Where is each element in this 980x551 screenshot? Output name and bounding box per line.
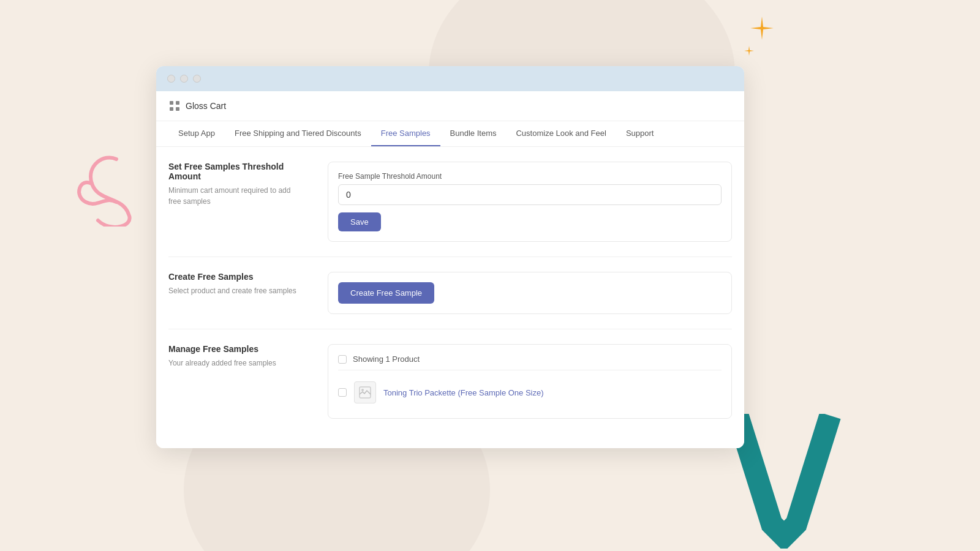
save-button[interactable]: Save: [338, 212, 381, 231]
manage-desc: Your already added free samples: [168, 358, 303, 369]
tab-free-shipping[interactable]: Free Shipping and Tiered Discounts: [225, 121, 371, 146]
content-area: Set Free Samples Threshold Amount Minimu…: [156, 147, 744, 448]
squiggle-decoration: [67, 147, 153, 229]
tab-free-samples[interactable]: Free Samples: [371, 121, 440, 146]
traffic-light-minimize[interactable]: [180, 75, 188, 83]
svg-rect-0: [170, 101, 173, 105]
create-free-sample-button[interactable]: Create Free Sample: [338, 282, 434, 304]
threshold-input[interactable]: [338, 184, 722, 205]
app-icon: [168, 100, 181, 112]
nav-tabs: Setup App Free Shipping and Tiered Disco…: [156, 121, 744, 147]
threshold-title: Set Free Samples Threshold Amount: [168, 162, 303, 181]
app-header: Gloss Cart: [156, 91, 744, 121]
manage-samples-section: Manage Free Samples Your already added f…: [168, 329, 732, 433]
svg-point-5: [361, 389, 364, 391]
select-all-checkbox[interactable]: [338, 355, 347, 364]
manage-section-left: Manage Free Samples Your already added f…: [168, 344, 303, 369]
svg-rect-2: [170, 107, 173, 111]
svg-rect-1: [176, 101, 179, 105]
create-section-right: Create Free Sample: [328, 272, 732, 314]
product-checkbox[interactable]: [338, 388, 347, 397]
traffic-light-maximize[interactable]: [193, 75, 201, 83]
create-section-left: Create Free Samples Select product and c…: [168, 272, 303, 296]
tab-setup-app[interactable]: Setup App: [168, 121, 225, 146]
app-title: Gloss Cart: [186, 101, 226, 111]
threshold-desc: Minimum cart amount required to add free…: [168, 185, 303, 207]
star-small-icon: [744, 44, 755, 60]
threshold-section: Set Free Samples Threshold Amount Minimu…: [168, 162, 732, 257]
manage-header: Showing 1 Product: [338, 354, 722, 370]
create-title: Create Free Samples: [168, 272, 303, 282]
showing-count: Showing 1 Product: [353, 354, 420, 364]
tab-customize[interactable]: Customize Look and Feel: [506, 121, 616, 146]
product-name-link[interactable]: Toning Trio Packette (Free Sample One Si…: [383, 388, 544, 397]
window-titlebar: [156, 66, 744, 91]
threshold-section-left: Set Free Samples Threshold Amount Minimu…: [168, 162, 303, 207]
table-row: Toning Trio Packette (Free Sample One Si…: [338, 377, 722, 408]
product-thumbnail: [354, 381, 376, 403]
threshold-field-label: Free Sample Threshold Amount: [338, 172, 722, 181]
window-body: Gloss Cart Setup App Free Shipping and T…: [156, 91, 744, 448]
star-large-icon: [749, 15, 775, 47]
manage-section-right: Showing 1 Product Toning Trio Packette (…: [328, 344, 732, 419]
tab-support[interactable]: Support: [616, 121, 664, 146]
create-desc: Select product and create free samples: [168, 285, 303, 296]
threshold-section-right: Free Sample Threshold Amount Save: [328, 162, 732, 242]
manage-title: Manage Free Samples: [168, 344, 303, 354]
traffic-light-close[interactable]: [167, 75, 175, 83]
app-window: Gloss Cart Setup App Free Shipping and T…: [156, 66, 744, 448]
create-samples-section: Create Free Samples Select product and c…: [168, 257, 732, 329]
svg-rect-3: [176, 107, 179, 111]
tab-bundle-items[interactable]: Bundle Items: [440, 121, 507, 146]
